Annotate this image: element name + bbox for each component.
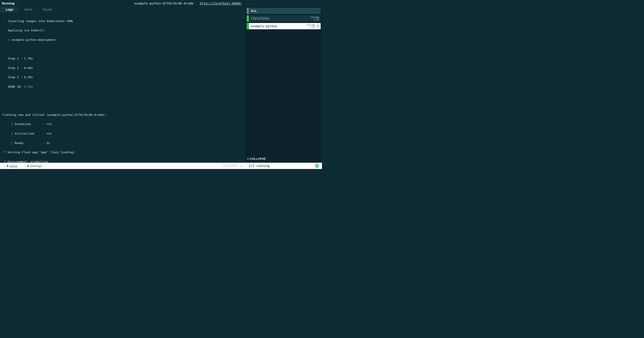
header: Running example-python-677dc7bc4b-drx8m … bbox=[0, 0, 322, 7]
svg-point-3 bbox=[317, 166, 318, 167]
sidebar-item-tiltfile[interactable]: (Tiltfile) <1m ago 0.0s bbox=[247, 15, 321, 22]
svg-point-2 bbox=[316, 166, 317, 167]
status-stripe bbox=[247, 23, 249, 29]
collapse-button[interactable]: » COLLAPSE bbox=[247, 156, 321, 161]
main-pane: Logs Alerts Facets Injecting images into… bbox=[0, 7, 245, 163]
status-ok-icon bbox=[315, 164, 319, 168]
svg-point-0 bbox=[316, 165, 317, 166]
resource-age: <1m ago bbox=[306, 24, 315, 26]
last-edit-value: — bbox=[240, 165, 243, 167]
log-content: Injecting images into Kubernetes YAML Ap… bbox=[2, 14, 243, 163]
tabs: Logs Alerts Facets bbox=[0, 7, 245, 12]
chevron-right-icon: » bbox=[247, 157, 248, 161]
body: Logs Alerts Facets Injecting images into… bbox=[0, 7, 322, 163]
errors-label: errors bbox=[10, 164, 17, 168]
last-edit-label: LAST EDIT: bbox=[224, 165, 238, 167]
log-pane[interactable]: Injecting images into Kubernetes YAML Ap… bbox=[0, 12, 245, 163]
error-icon bbox=[3, 165, 6, 167]
collapse-label: COLLAPSE bbox=[250, 157, 266, 161]
statusbar: 0 errors 0 warnings LAST EDIT: — 2/2 run… bbox=[0, 163, 322, 169]
resource-meta: <1m ago 2.5s bbox=[306, 24, 315, 29]
resource-name: ALL bbox=[251, 9, 319, 13]
header-right: example-python-677dc7bc4b-drx8m http://l… bbox=[134, 1, 320, 5]
tab-logs[interactable]: Logs bbox=[0, 7, 19, 12]
resource-name: (Tiltfile) bbox=[251, 17, 310, 20]
running-segment: 2/2 running bbox=[245, 163, 322, 169]
last-edit: LAST EDIT: — bbox=[224, 165, 245, 167]
resource-meta: <1m ago 0.0s bbox=[310, 16, 319, 21]
svg-point-1 bbox=[317, 165, 318, 166]
resource-name: example-python bbox=[251, 24, 306, 28]
warnings-label: warnings bbox=[30, 164, 42, 168]
endpoint-link[interactable]: http://localhost:8000/ bbox=[200, 1, 242, 5]
status-stripe bbox=[247, 15, 249, 22]
resource-age: <1m ago bbox=[310, 16, 319, 18]
pod-name: example-python-677dc7bc4b-drx8m bbox=[134, 1, 193, 5]
running-count: 2/2 running bbox=[249, 164, 270, 168]
sidebar-item-all[interactable]: ALL bbox=[247, 8, 321, 14]
tab-facets[interactable]: Facets bbox=[38, 7, 57, 12]
resource-duration: 0.0s bbox=[314, 18, 319, 21]
statusbar-right: LAST EDIT: — 2/2 running bbox=[224, 163, 322, 169]
resource-duration: 2.5s bbox=[310, 26, 315, 29]
warnings-count: 0 bbox=[27, 164, 29, 168]
status-label: Running bbox=[2, 1, 15, 5]
warning-icon bbox=[23, 165, 26, 167]
sidebar-item-example-python[interactable]: example-python <1m ago 2.5s bbox=[247, 23, 321, 29]
tab-alerts[interactable]: Alerts bbox=[19, 7, 38, 12]
header-divider bbox=[196, 1, 197, 5]
errors-segment[interactable]: 0 errors bbox=[0, 163, 20, 169]
errors-count: 0 bbox=[7, 164, 8, 168]
refresh-icon[interactable] bbox=[316, 25, 319, 27]
status-stripe bbox=[247, 8, 249, 14]
sidebar: ALL (Tiltfile) <1m ago 0.0s example-pyth… bbox=[245, 7, 322, 163]
warnings-segment[interactable]: 0 warnings bbox=[20, 163, 45, 169]
